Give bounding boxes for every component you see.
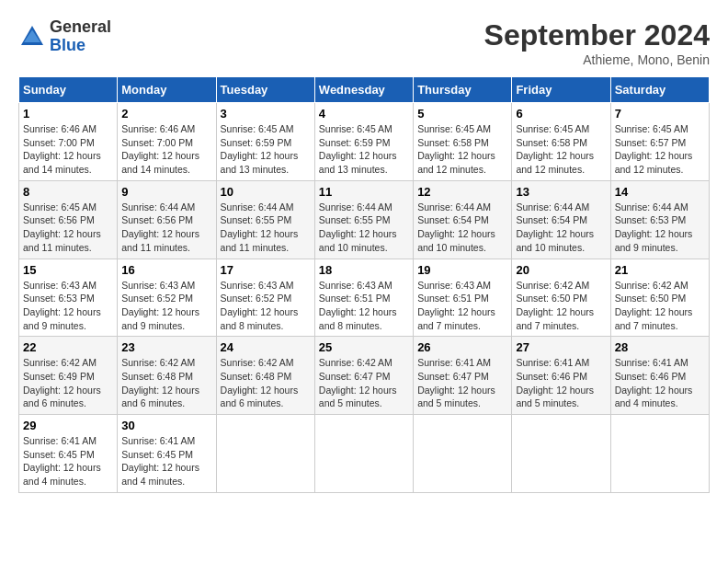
day-info: Sunrise: 6:45 AM Sunset: 6:57 PM Dayligh… xyxy=(615,122,705,177)
logo-text: General Blue xyxy=(50,18,111,55)
day-info: Sunrise: 6:45 AM Sunset: 6:58 PM Dayligh… xyxy=(516,122,606,177)
day-info: Sunrise: 6:41 AM Sunset: 6:45 PM Dayligh… xyxy=(23,434,113,488)
day-info: Sunrise: 6:43 AM Sunset: 6:52 PM Dayligh… xyxy=(221,279,311,333)
table-cell: 25 Sunrise: 6:42 AM Sunset: 6:47 PM Dayl… xyxy=(314,337,413,415)
day-number: 13 xyxy=(516,185,606,199)
table-cell: 14 Sunrise: 6:44 AM Sunset: 6:53 PM Dayl… xyxy=(610,180,709,259)
day-number: 29 xyxy=(23,419,113,432)
day-info: Sunrise: 6:42 AM Sunset: 6:48 PM Dayligh… xyxy=(121,356,211,410)
table-cell xyxy=(414,415,512,493)
table-cell: 16 Sunrise: 6:43 AM Sunset: 6:52 PM Dayl… xyxy=(118,259,216,337)
day-info: Sunrise: 6:44 AM Sunset: 6:56 PM Dayligh… xyxy=(121,201,211,255)
table-cell: 28 Sunrise: 6:41 AM Sunset: 6:46 PM Dayl… xyxy=(610,337,709,415)
day-info: Sunrise: 6:42 AM Sunset: 6:50 PM Dayligh… xyxy=(615,279,705,333)
day-info: Sunrise: 6:43 AM Sunset: 6:51 PM Dayligh… xyxy=(319,279,409,333)
table-cell xyxy=(512,415,610,493)
day-number: 30 xyxy=(121,419,211,432)
day-number: 1 xyxy=(23,107,113,121)
day-info: Sunrise: 6:42 AM Sunset: 6:47 PM Dayligh… xyxy=(319,356,409,410)
logo-blue: Blue xyxy=(50,37,111,55)
day-number: 16 xyxy=(121,263,211,277)
week-row-2: 8 Sunrise: 6:45 AM Sunset: 6:56 PM Dayli… xyxy=(19,180,710,259)
day-info: Sunrise: 6:44 AM Sunset: 6:54 PM Dayligh… xyxy=(516,201,606,255)
logo-icon xyxy=(18,23,46,51)
day-number: 2 xyxy=(121,107,211,121)
calendar-header-row: Sunday Monday Tuesday Wednesday Thursday… xyxy=(19,77,710,103)
day-info: Sunrise: 6:43 AM Sunset: 6:52 PM Dayligh… xyxy=(121,279,211,333)
table-cell: 19 Sunrise: 6:43 AM Sunset: 6:51 PM Dayl… xyxy=(414,259,512,337)
logo: General Blue xyxy=(18,18,111,55)
table-cell: 11 Sunrise: 6:44 AM Sunset: 6:55 PM Dayl… xyxy=(314,180,413,259)
day-info: Sunrise: 6:45 AM Sunset: 6:59 PM Dayligh… xyxy=(319,122,409,177)
day-number: 20 xyxy=(516,263,606,277)
day-number: 6 xyxy=(516,107,606,121)
table-cell: 23 Sunrise: 6:42 AM Sunset: 6:48 PM Dayl… xyxy=(118,337,216,415)
day-info: Sunrise: 6:42 AM Sunset: 6:48 PM Dayligh… xyxy=(221,356,311,410)
table-cell: 24 Sunrise: 6:42 AM Sunset: 6:48 PM Dayl… xyxy=(216,337,314,415)
col-sunday: Sunday xyxy=(19,77,118,103)
week-row-3: 15 Sunrise: 6:43 AM Sunset: 6:53 PM Dayl… xyxy=(19,259,710,337)
day-number: 4 xyxy=(319,107,409,121)
day-number: 21 xyxy=(615,263,705,277)
day-info: Sunrise: 6:44 AM Sunset: 6:55 PM Dayligh… xyxy=(221,201,311,255)
table-cell: 22 Sunrise: 6:42 AM Sunset: 6:49 PM Dayl… xyxy=(19,337,118,415)
col-saturday: Saturday xyxy=(610,77,709,103)
location-subtitle: Athieme, Mono, Benin xyxy=(484,52,710,67)
table-cell xyxy=(610,415,709,493)
table-cell: 9 Sunrise: 6:44 AM Sunset: 6:56 PM Dayli… xyxy=(118,180,216,259)
page-header: General Blue September 2024 Athieme, Mon… xyxy=(18,18,710,67)
day-number: 7 xyxy=(615,107,705,121)
col-thursday: Thursday xyxy=(414,77,512,103)
table-cell: 21 Sunrise: 6:42 AM Sunset: 6:50 PM Dayl… xyxy=(610,259,709,337)
table-cell: 10 Sunrise: 6:44 AM Sunset: 6:55 PM Dayl… xyxy=(216,180,314,259)
day-number: 12 xyxy=(417,185,507,199)
day-info: Sunrise: 6:41 AM Sunset: 6:46 PM Dayligh… xyxy=(615,356,705,410)
day-info: Sunrise: 6:42 AM Sunset: 6:50 PM Dayligh… xyxy=(516,279,606,333)
day-info: Sunrise: 6:42 AM Sunset: 6:49 PM Dayligh… xyxy=(23,356,113,410)
table-cell: 13 Sunrise: 6:44 AM Sunset: 6:54 PM Dayl… xyxy=(512,180,610,259)
day-number: 10 xyxy=(221,185,311,199)
table-cell: 1 Sunrise: 6:46 AM Sunset: 7:00 PM Dayli… xyxy=(19,103,118,181)
day-number: 26 xyxy=(417,340,507,354)
day-number: 5 xyxy=(417,107,507,121)
day-number: 19 xyxy=(417,263,507,277)
day-number: 22 xyxy=(23,340,113,354)
table-cell: 8 Sunrise: 6:45 AM Sunset: 6:56 PM Dayli… xyxy=(19,180,118,259)
day-info: Sunrise: 6:44 AM Sunset: 6:55 PM Dayligh… xyxy=(319,201,409,255)
col-friday: Friday xyxy=(512,77,610,103)
table-cell: 2 Sunrise: 6:46 AM Sunset: 7:00 PM Dayli… xyxy=(118,103,216,181)
col-monday: Monday xyxy=(118,77,216,103)
table-cell: 17 Sunrise: 6:43 AM Sunset: 6:52 PM Dayl… xyxy=(216,259,314,337)
table-cell: 20 Sunrise: 6:42 AM Sunset: 6:50 PM Dayl… xyxy=(512,259,610,337)
day-info: Sunrise: 6:43 AM Sunset: 6:53 PM Dayligh… xyxy=(23,279,113,333)
table-cell: 6 Sunrise: 6:45 AM Sunset: 6:58 PM Dayli… xyxy=(512,103,610,181)
table-cell: 18 Sunrise: 6:43 AM Sunset: 6:51 PM Dayl… xyxy=(314,259,413,337)
day-number: 9 xyxy=(121,185,211,199)
table-cell: 3 Sunrise: 6:45 AM Sunset: 6:59 PM Dayli… xyxy=(216,103,314,181)
table-cell: 29 Sunrise: 6:41 AM Sunset: 6:45 PM Dayl… xyxy=(19,415,118,493)
day-info: Sunrise: 6:41 AM Sunset: 6:47 PM Dayligh… xyxy=(417,356,507,410)
table-cell xyxy=(216,415,314,493)
day-info: Sunrise: 6:46 AM Sunset: 7:00 PM Dayligh… xyxy=(121,122,211,177)
table-cell: 15 Sunrise: 6:43 AM Sunset: 6:53 PM Dayl… xyxy=(19,259,118,337)
day-info: Sunrise: 6:45 AM Sunset: 6:59 PM Dayligh… xyxy=(221,122,311,177)
table-cell: 30 Sunrise: 6:41 AM Sunset: 6:45 PM Dayl… xyxy=(118,415,216,493)
day-number: 28 xyxy=(615,340,705,354)
day-number: 17 xyxy=(221,263,311,277)
day-info: Sunrise: 6:41 AM Sunset: 6:46 PM Dayligh… xyxy=(516,356,606,410)
table-cell: 12 Sunrise: 6:44 AM Sunset: 6:54 PM Dayl… xyxy=(414,180,512,259)
day-number: 24 xyxy=(221,340,311,354)
col-wednesday: Wednesday xyxy=(314,77,413,103)
table-cell xyxy=(314,415,413,493)
week-row-4: 22 Sunrise: 6:42 AM Sunset: 6:49 PM Dayl… xyxy=(19,337,710,415)
day-number: 15 xyxy=(23,263,113,277)
table-cell: 4 Sunrise: 6:45 AM Sunset: 6:59 PM Dayli… xyxy=(314,103,413,181)
day-info: Sunrise: 6:44 AM Sunset: 6:53 PM Dayligh… xyxy=(615,201,705,255)
week-row-5: 29 Sunrise: 6:41 AM Sunset: 6:45 PM Dayl… xyxy=(19,415,710,493)
week-row-1: 1 Sunrise: 6:46 AM Sunset: 7:00 PM Dayli… xyxy=(19,103,710,181)
title-block: September 2024 Athieme, Mono, Benin xyxy=(484,18,710,67)
month-title: September 2024 xyxy=(484,18,710,52)
table-cell: 27 Sunrise: 6:41 AM Sunset: 6:46 PM Dayl… xyxy=(512,337,610,415)
table-cell: 26 Sunrise: 6:41 AM Sunset: 6:47 PM Dayl… xyxy=(414,337,512,415)
day-number: 3 xyxy=(221,107,311,121)
